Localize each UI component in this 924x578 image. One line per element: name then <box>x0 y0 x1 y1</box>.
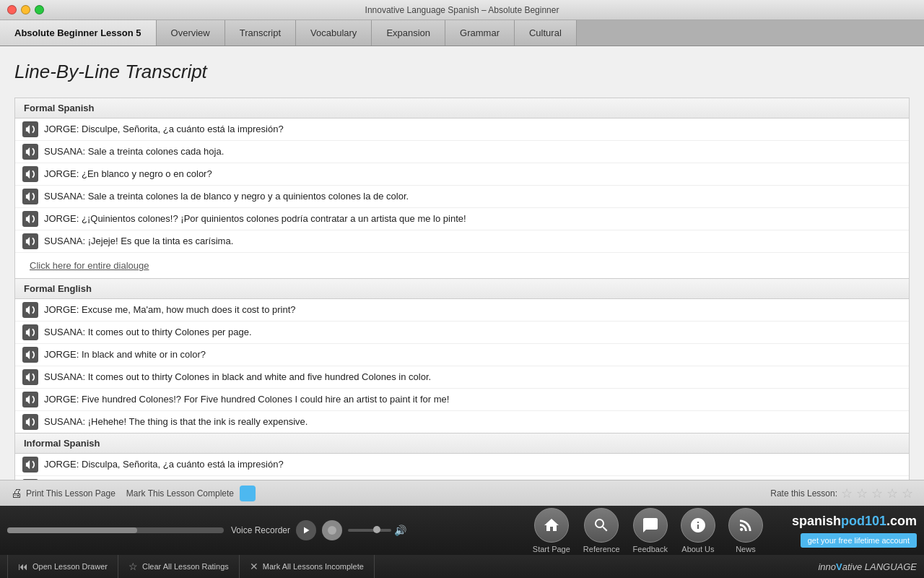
close-button[interactable] <box>7 5 17 14</box>
start-page-label: Start Page <box>533 545 570 553</box>
open-lesson-drawer-button[interactable]: ⏮ Open Lesson Drawer <box>7 555 118 578</box>
open-drawer-label: Open Lesson Drawer <box>32 562 108 571</box>
mark-complete-button[interactable]: Mark This Lesson Complete <box>126 486 256 501</box>
tab-cultural[interactable]: Cultural <box>515 20 577 46</box>
dialog-text: SUSANA: Sale a treinta colones la de bla… <box>44 190 409 203</box>
minimize-button[interactable] <box>21 5 30 14</box>
dialog-line: JORGE: ¿¡Quinientos colones!? ¡Por quini… <box>15 208 909 230</box>
nav-icons: Start Page Reference Feedback About Us <box>533 508 763 553</box>
clear-ratings-button[interactable]: ☆ Clear All Lesson Ratings <box>118 555 240 578</box>
drawer-icon: ⏮ <box>18 561 28 572</box>
feedback-icon <box>633 508 668 543</box>
speaker-icon[interactable] <box>22 369 38 385</box>
maximize-button[interactable] <box>35 5 44 14</box>
tab-grammar[interactable]: Grammar <box>445 20 515 46</box>
star-3[interactable]: ☆ <box>871 486 883 501</box>
speaker-icon[interactable] <box>22 347 38 363</box>
progress-bar-fill <box>7 527 137 533</box>
tab-expansion[interactable]: Expansion <box>372 20 445 46</box>
dialog-text: JORGE: ¿¡Quinientos colones!? ¡Por quini… <box>44 212 466 225</box>
feedback-label: Feedback <box>633 545 668 553</box>
x-icon: ✕ <box>250 561 258 572</box>
rate-label: Rate this Lesson: <box>770 488 837 499</box>
dialog-line: JORGE: Disculpa, Señorita, ¿a cuánto est… <box>15 454 909 476</box>
star-4[interactable]: ☆ <box>886 486 898 501</box>
section-formal-spanish: Formal Spanish JORGE: Disculpe, Señorita… <box>14 98 910 279</box>
voice-recorder: Voice Recorder 🔊 <box>231 520 504 540</box>
speaker-icon[interactable] <box>22 211 38 227</box>
dialog-line: SUSANA: It comes out to thirty Colones p… <box>15 322 909 344</box>
mark-complete-checkbox[interactable] <box>240 486 256 501</box>
news-icon <box>728 508 763 543</box>
speaker-icon[interactable] <box>22 302 38 318</box>
tab-lesson[interactable]: Absolute Beginner Lesson 5 <box>0 20 157 46</box>
window-controls <box>7 5 44 14</box>
speaker-icon[interactable] <box>22 233 38 249</box>
speaker-icon[interactable] <box>22 324 38 340</box>
dialog-text: JORGE: In black and white or in color? <box>44 348 206 361</box>
dialog-text: SUSANA: ¡Jejeje! Es que la tinta es carí… <box>44 235 233 248</box>
nav-feedback[interactable]: Feedback <box>633 508 668 553</box>
nav-reference[interactable]: Reference <box>583 508 620 553</box>
mark-complete-label: Mark This Lesson Complete <box>126 488 234 499</box>
star-icon: ☆ <box>128 561 138 572</box>
dialog-text: SUSANA: Sale a treinta colones cada hoja… <box>44 145 224 158</box>
speaker-icon[interactable] <box>22 457 38 473</box>
click-dialog-link[interactable]: Click here for entire dialouge <box>22 256 156 275</box>
click-entire-dialog[interactable]: Click here for entire dialouge <box>15 253 909 278</box>
brand-cta-button[interactable]: get your free lifetime account <box>801 533 917 548</box>
nav-start-page[interactable]: Start Page <box>533 508 570 553</box>
dialog-text: JORGE: Excuse me, Ma'am, how much does i… <box>44 303 296 316</box>
speaker-icon[interactable] <box>22 479 38 480</box>
tab-vocabulary[interactable]: Vocabulary <box>296 20 372 46</box>
about-us-icon <box>681 508 715 543</box>
dialog-text: JORGE: Disculpa, Señorita, ¿a cuánto est… <box>44 458 284 471</box>
star-2[interactable]: ☆ <box>856 486 868 501</box>
media-bar: Voice Recorder 🔊 Start Page <box>0 506 924 555</box>
star-5[interactable]: ☆ <box>902 486 913 501</box>
play-button[interactable] <box>296 520 316 540</box>
speaker-icon[interactable] <box>22 392 38 407</box>
dialog-text: JORGE: ¿En blanco y negro o en color? <box>44 168 212 181</box>
tab-overview[interactable]: Overview <box>157 20 225 46</box>
bottom-action-bar: 🖨 Print This Lesson Page Mark This Lesso… <box>0 480 924 506</box>
mark-incomplete-label: Mark All Lessons Incomplete <box>263 562 364 571</box>
main-window: Absolute Beginner Lesson 5 Overview Tran… <box>0 20 924 578</box>
section-header-informal-spanish: Informal Spanish <box>15 434 909 454</box>
star-1[interactable]: ☆ <box>841 486 853 501</box>
nav-about-us[interactable]: About Us <box>681 508 715 553</box>
speaker-icon[interactable] <box>22 144 38 160</box>
start-page-icon <box>534 508 569 543</box>
section-informal-spanish: Informal Spanish JORGE: Disculpa, Señori… <box>14 434 910 480</box>
speaker-icon[interactable] <box>22 189 38 204</box>
scrollable-content[interactable]: Line-By-Line Transcript Formal Spanish J… <box>0 46 924 480</box>
mark-incomplete-button[interactable]: ✕ Mark All Lessons Incomplete <box>240 555 375 578</box>
progress-bar[interactable] <box>7 527 224 533</box>
record-button[interactable] <box>322 520 342 540</box>
reference-icon <box>584 508 619 543</box>
print-button[interactable]: 🖨 Print This Lesson Page <box>11 487 116 500</box>
print-label: Print This Lesson Page <box>26 488 116 499</box>
dialog-line: SUSANA: ¡Hehehe! The thing is that the i… <box>15 411 909 433</box>
title-bar: Innovative Language Spanish – Absolute B… <box>0 0 924 20</box>
speaker-icon[interactable] <box>22 414 38 430</box>
speaker-icon[interactable] <box>22 166 38 182</box>
dialog-text: SUSANA: ¡Hehehe! The thing is that the i… <box>44 415 308 428</box>
reference-label: Reference <box>583 545 620 553</box>
brand-name: spanishpod101.com <box>792 514 917 529</box>
volume-slider[interactable]: 🔊 <box>348 525 406 536</box>
dialog-text: JORGE: Five hundred Colones!? For Five h… <box>44 393 449 406</box>
speaker-icon[interactable] <box>22 121 38 137</box>
tab-transcript[interactable]: Transcript <box>225 20 296 46</box>
tab-bar: Absolute Beginner Lesson 5 Overview Tran… <box>0 20 924 46</box>
dialog-line: JORGE: ¿En blanco y negro o en color? <box>15 163 909 186</box>
dialog-text: JORGE: Disculpe, Señorita, ¿a cuánto est… <box>44 123 284 136</box>
section-header-formal-spanish: Formal Spanish <box>15 98 909 118</box>
window-title: Innovative Language Spanish – Absolute B… <box>365 5 559 15</box>
dialog-line: JORGE: Five hundred Colones!? For Five h… <box>15 389 909 411</box>
clear-ratings-label: Clear All Lesson Ratings <box>142 562 229 571</box>
footer-brand: innoVative LANGUAGE <box>818 561 917 572</box>
record-indicator <box>328 526 336 535</box>
dialog-line: JORGE: Excuse me, Ma'am, how much does i… <box>15 299 909 322</box>
nav-news[interactable]: News <box>728 508 763 553</box>
